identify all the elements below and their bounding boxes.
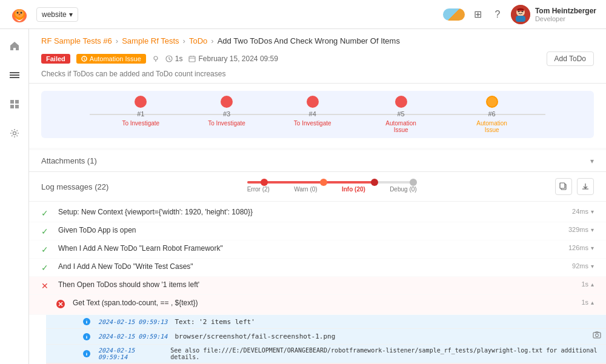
info-msg-3: See also file:///E:/DEVELOPMENT/ORANGEBE…: [170, 347, 601, 360]
log-entries: ✓ Setup: New Context {viewport={'width':…: [29, 202, 606, 364]
svg-point-9: [518, 11, 519, 12]
svg-point-10: [521, 11, 523, 12]
info-ts-3: 2024-02-15 09:59:14: [98, 347, 163, 360]
add-todo-button[interactable]: Add ToDo: [547, 51, 594, 66]
screenshot-icon[interactable]: [593, 331, 601, 342]
meta-date: February 15, 2024 09:59: [188, 55, 278, 63]
sidebar-item-home[interactable]: [5, 36, 24, 56]
step-num-5: #5: [397, 110, 404, 117]
filter-label-debug: Debug (0): [390, 186, 416, 193]
expand-then[interactable]: ▴: [591, 281, 594, 288]
test-meta: Failed Automation Issue 1s February 15, …: [41, 51, 594, 66]
log-time-then: 1s ▴: [571, 280, 594, 288]
log-entry-setup: ✓ Setup: New Context {viewport={'width':…: [29, 204, 606, 222]
log-time-setup: 24ms ▾: [562, 208, 594, 215]
log-text-when: When I Add A New ToDo "Learn Robot Frame…: [58, 244, 559, 253]
expand-when[interactable]: ▾: [591, 245, 594, 251]
top-nav: website ▾ ⊞ ? Tom Heintzb: [0, 0, 606, 29]
step-circle-5: [395, 96, 407, 108]
svg-rect-15: [10, 100, 14, 104]
pipeline-step-1[interactable]: #1 To Investigate: [122, 96, 159, 127]
website-label: website: [42, 10, 67, 19]
filter-container: Error (2) Warn (0) Info (20) Debug (0): [247, 181, 417, 193]
log-text-setup: Setup: New Context {viewport={'width': 1…: [58, 208, 562, 216]
filter-dot-error[interactable]: [261, 179, 268, 186]
svg-rect-18: [15, 105, 19, 108]
sidebar: [0, 29, 29, 364]
info-ts-1: 2024-02-15 09:59:13: [98, 319, 167, 325]
log-entry-info-1: 2024-02-15 09:59:13 Text: '2 items left': [46, 315, 606, 329]
download-logs-button[interactable]: [577, 178, 594, 195]
filter-dot-debug[interactable]: [410, 179, 417, 186]
info-msg-1: Text: '2 items left': [175, 318, 255, 326]
log-text-and: And I Add A New ToDo "Write Test Cases": [58, 262, 562, 271]
app-logo[interactable]: [10, 5, 29, 24]
filter-label-info: Info (20): [342, 186, 365, 193]
info-ts-2: 2024-02-15 09:59:14: [98, 333, 167, 340]
pipeline-inner: #1 To Investigate #3 To Investigate #4 T…: [41, 91, 594, 138]
expand-given[interactable]: ▾: [591, 227, 594, 233]
weather-icon: [443, 8, 465, 21]
sidebar-item-settings[interactable]: [5, 124, 24, 143]
log-entry-gettext: Get Text (span.todo-count, == , ${text})…: [29, 295, 606, 315]
svg-point-21: [154, 56, 158, 60]
log-text-gettext: Get Text (span.todo-count, == , ${text}): [73, 299, 571, 307]
log-text-then: Then Open ToDos should show '1 items lef…: [58, 280, 571, 289]
breadcrumb-item-1[interactable]: RF Sample Tests #6: [41, 36, 112, 45]
log-time-given: 329ms ▾: [559, 226, 594, 233]
breadcrumb: RF Sample Tests #6 › Sample Rf Tests › T…: [41, 36, 594, 45]
step-label-4: To Investigate: [294, 120, 331, 127]
filter-dot-warn[interactable]: [320, 179, 327, 186]
main-content: RF Sample Tests #6 › Sample Rf Tests › T…: [29, 29, 606, 364]
filter-dot-info[interactable]: [371, 179, 378, 186]
page-header: RF Sample Tests #6 › Sample Rf Tests › T…: [29, 29, 606, 84]
log-actions: [555, 178, 594, 195]
svg-rect-25: [560, 183, 565, 188]
svg-point-4: [21, 12, 22, 13]
step-circle-3: [221, 96, 233, 108]
user-role: Developer: [535, 15, 596, 22]
filter-label-error: Error (2): [247, 186, 270, 193]
grid-icon[interactable]: ⊞: [472, 8, 484, 21]
pipeline-step-5[interactable]: #5 Automation Issue: [380, 96, 422, 133]
step-circle-6: [486, 96, 498, 108]
attachments-header[interactable]: Attachments (1) ▾: [29, 150, 606, 171]
log-entry-info-2: 2024-02-15 09:59:14 browser/screenshot/f…: [46, 329, 606, 345]
status-icon-pass: ✓: [41, 208, 53, 218]
copy-logs-button[interactable]: [555, 178, 572, 195]
svg-rect-17: [10, 105, 14, 108]
pipeline-step-3[interactable]: #3 To Investigate: [208, 96, 245, 127]
sidebar-item-menu[interactable]: [5, 65, 24, 85]
log-title: Log messages (22): [41, 182, 108, 191]
expand-gettext[interactable]: ▴: [591, 299, 594, 306]
status-icon-pass-2: ✓: [41, 227, 53, 236]
info-msg-2: browser/screenshot/fail-screenshot-1.png: [175, 333, 335, 340]
breadcrumb-item-3[interactable]: ToDo: [189, 36, 207, 45]
svg-point-5: [19, 14, 21, 15]
status-badge-automation: Automation Issue: [76, 54, 146, 64]
pipeline-step-6[interactable]: #6 Automation Issue: [471, 96, 513, 133]
log-entry-then: ✕ Then Open ToDos should show '1 items l…: [29, 277, 606, 295]
status-badge-failed: Failed: [41, 54, 70, 64]
step-label-6: Automation Issue: [471, 120, 513, 133]
log-text-given: Given ToDo App is open: [58, 226, 559, 234]
expand-and[interactable]: ▾: [591, 263, 594, 270]
svg-point-3: [17, 12, 19, 13]
expand-setup[interactable]: ▾: [591, 208, 594, 215]
log-header: Log messages (22) Error (2) W: [29, 172, 606, 202]
help-icon[interactable]: ?: [491, 8, 504, 21]
website-dropdown[interactable]: website ▾: [36, 7, 78, 22]
pipeline-step-4[interactable]: #4 To Investigate: [294, 96, 331, 127]
test-description: Checks if ToDos can be added and ToDo co…: [41, 70, 594, 78]
log-entry-info-3: 2024-02-15 09:59:14 See also file:///E:/…: [46, 345, 606, 363]
attachments-section: Attachments (1) ▾: [29, 150, 606, 172]
log-time-when: 126ms ▾: [559, 244, 594, 251]
breadcrumb-item-2[interactable]: Sample Rf Tests: [122, 36, 179, 45]
log-time-and: 92ms ▾: [562, 262, 594, 270]
log-section: Log messages (22) Error (2) W: [29, 172, 606, 364]
step-circle-4: [307, 96, 319, 108]
step-num-1: #1: [137, 110, 144, 117]
svg-point-30: [596, 334, 599, 337]
svg-point-19: [13, 132, 16, 135]
sidebar-item-grid[interactable]: [5, 94, 24, 114]
